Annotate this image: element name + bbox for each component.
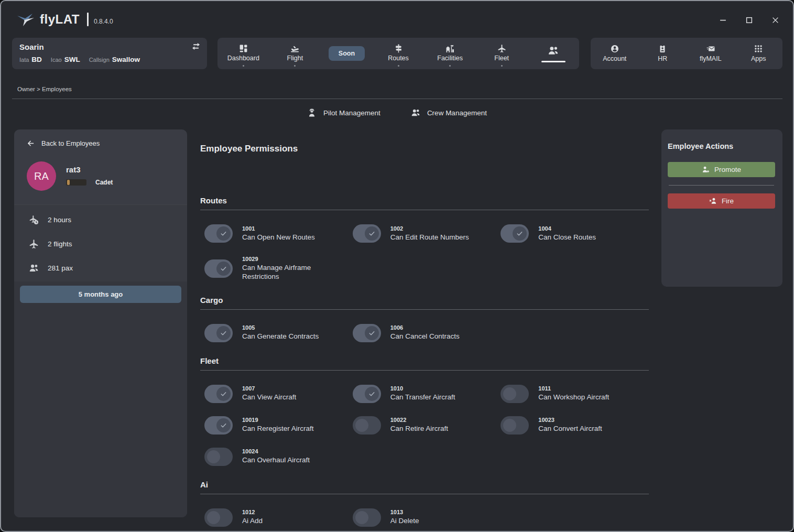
permission-toggle-1002[interactable] — [353, 224, 381, 243]
section-title: Routes — [200, 196, 649, 205]
joined-ago-button[interactable]: 5 months ago — [20, 286, 181, 303]
window-controls — [717, 15, 780, 25]
page-divider — [12, 99, 782, 99]
permission-text: 10024Can Overhaul Aircraft — [242, 448, 310, 464]
permission-item-10022: 10022Can Retire Aircraft — [353, 416, 501, 435]
utility-label: flyMAIL — [700, 55, 722, 62]
permission-toggle-10023[interactable] — [501, 416, 529, 435]
iata-label: Iata — [19, 57, 29, 63]
flight-departure-icon — [290, 44, 299, 53]
nav-item-soon[interactable]: Soon — [321, 38, 373, 69]
utility-item-apps[interactable]: Apps — [735, 38, 783, 69]
nav-item-dashboard[interactable]: Dashboard — [217, 38, 269, 69]
toggle-thumb-checked — [216, 418, 231, 432]
permission-item-1012: 1012Ai Add — [204, 508, 353, 527]
employee-name: rat3 — [66, 165, 113, 174]
promote-button[interactable]: Promote — [668, 162, 775, 177]
permission-item-1013: 1013Ai Delete — [353, 508, 501, 527]
utility-item-flymail[interactable]: flyMAIL — [687, 38, 735, 69]
app-version: 0.8.4.0 — [94, 18, 113, 25]
employees-icon — [548, 45, 559, 56]
permission-item-10023: 10023Can Convert Aircraft — [501, 416, 649, 435]
toggle-thumb — [503, 419, 516, 432]
close-button[interactable] — [770, 15, 780, 25]
permission-label: Ai Delete — [390, 516, 419, 525]
permission-item-10024: 10024Can Overhaul Aircraft — [204, 448, 353, 466]
permission-label: Can Reregister Aircraft — [242, 424, 314, 433]
close-icon — [772, 17, 779, 24]
permission-toggle-1007[interactable] — [204, 385, 233, 403]
permission-toggle-1010[interactable] — [353, 385, 381, 403]
rank-progress-fill — [67, 180, 70, 185]
stat-value: 2 hours — [48, 216, 71, 224]
nav-label: Fleet — [494, 55, 509, 62]
toggle-thumb-checked — [365, 387, 379, 401]
permission-id: 1013 — [390, 509, 419, 515]
permission-label: Can Close Routes — [538, 233, 596, 242]
permission-toggle-10019[interactable] — [204, 416, 233, 435]
tab-pilot-management[interactable]: Pilot Management — [307, 108, 380, 117]
permission-item-1011: 1011Can Workshop Aircraft — [501, 385, 649, 403]
toggle-thumb-checked — [513, 226, 527, 241]
app-name: flyLAT — [40, 12, 80, 27]
permission-toggle-1011[interactable] — [501, 385, 529, 403]
utility-item-account[interactable]: Account — [591, 38, 639, 69]
permission-toggle-1012[interactable] — [204, 508, 233, 527]
management-tabs: Pilot ManagementCrew Management — [1, 108, 793, 117]
maximize-button[interactable] — [744, 15, 754, 25]
toggle-thumb-checked — [365, 326, 379, 340]
section-title: Cargo — [200, 296, 649, 305]
permission-id: 1005 — [242, 324, 319, 331]
nav-item-employees[interactable] — [527, 38, 579, 69]
permission-toggle-1006[interactable] — [353, 324, 381, 342]
toggle-thumb — [355, 511, 368, 524]
callsign-value: Swallow — [112, 56, 140, 63]
section-divider — [200, 494, 649, 494]
nav-dot — [294, 65, 296, 67]
nav-item-flight[interactable]: Flight — [269, 38, 321, 69]
permission-id: 1007 — [242, 385, 296, 392]
permission-label: Can Transfer Aircraft — [390, 393, 455, 401]
permission-toggle-1013[interactable] — [353, 508, 381, 527]
fire-button[interactable]: Fire — [668, 193, 775, 209]
back-to-employees-button[interactable]: Back to Employees — [27, 139, 175, 147]
nav-item-fleet[interactable]: Fleet — [476, 38, 528, 69]
iata-value: BD — [31, 56, 42, 63]
permission-toggle-1004[interactable] — [501, 224, 529, 243]
permission-toggle-10022[interactable] — [353, 416, 381, 435]
permission-section-ai: Ai1012Ai Add1013Ai Delete — [200, 480, 649, 527]
nav-item-routes[interactable]: Routes — [373, 38, 425, 69]
employee-stat: 281 pax — [29, 263, 172, 273]
id-badge-icon — [658, 45, 667, 53]
permission-label: Can Retire Aircraft — [390, 424, 448, 433]
permission-label: Can Convert Aircraft — [538, 424, 602, 433]
toggle-thumb-checked — [216, 387, 231, 401]
permission-text: 1005Can Generate Contracts — [242, 324, 319, 341]
minimize-button[interactable] — [717, 15, 728, 25]
rank-label: Cadet — [95, 179, 113, 186]
airline-card: Soarin IataBD IcaoSWL CallsignSwallow — [12, 38, 207, 69]
utility-item-hr[interactable]: HR — [639, 38, 687, 69]
toggle-thumb — [503, 387, 516, 400]
toggle-thumb — [355, 419, 368, 432]
tab-crew-management[interactable]: Crew Management — [411, 108, 487, 117]
permission-id: 10023 — [538, 417, 602, 423]
permission-toggle-1001[interactable] — [204, 224, 233, 243]
permission-toggle-10024[interactable] — [204, 448, 233, 466]
maximize-icon — [746, 17, 753, 24]
swap-arrows-icon[interactable] — [191, 43, 201, 50]
bird-logo-icon — [17, 12, 35, 27]
nav-dot — [398, 65, 399, 67]
utility-label: HR — [658, 55, 667, 62]
tab-label: Pilot Management — [323, 109, 380, 117]
section-title: Fleet — [200, 356, 649, 365]
nav-dot — [449, 65, 451, 67]
nav-item-facilities[interactable]: Facilities — [424, 38, 476, 69]
breadcrumb[interactable]: Owner > Employees — [17, 86, 72, 92]
permission-toggle-10029[interactable] — [204, 259, 233, 278]
nav-label: Facilities — [437, 55, 463, 62]
permission-label: Can View Aircraft — [242, 393, 296, 401]
permission-id: 1001 — [242, 225, 315, 232]
utility-label: Account — [603, 55, 626, 62]
permission-toggle-1005[interactable] — [204, 324, 233, 342]
